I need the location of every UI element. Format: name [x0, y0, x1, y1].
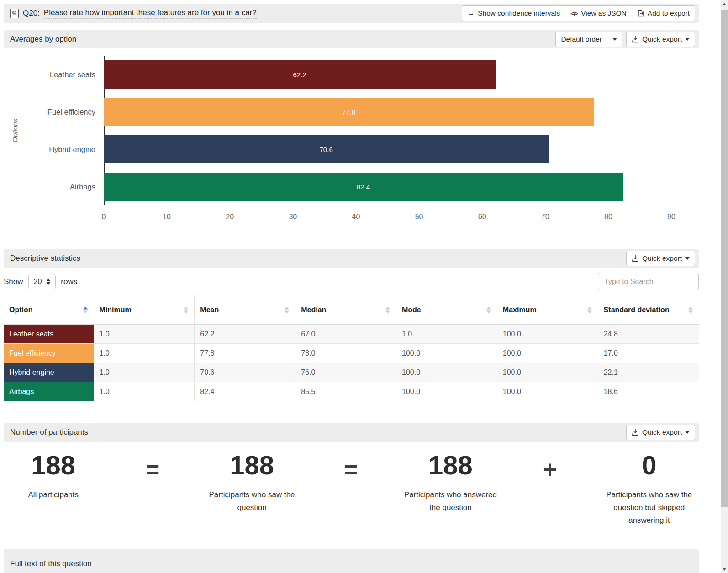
- participant-label: Participants who saw the question but sk…: [600, 489, 699, 527]
- stat-cell: 1.0: [94, 363, 195, 382]
- participant-stat: 188Participants who saw the question: [202, 452, 301, 527]
- x-tick-label: 70: [541, 213, 549, 221]
- sort-asc-icon: [486, 306, 491, 309]
- x-tick-label: 0: [102, 213, 106, 221]
- sort-desc-icon: [184, 310, 188, 313]
- bar-value-label: 77.8: [342, 108, 355, 116]
- participant-operator: =: [301, 452, 401, 527]
- spinner-icon: [47, 279, 50, 285]
- fulltext-section-header: Full text of this question: [4, 549, 699, 573]
- sort-desc-icon: [83, 310, 88, 313]
- participants-grid: 188All participants=188Participants who …: [4, 452, 699, 527]
- participants-header-title: Number of participants: [10, 428, 88, 437]
- order-select-group: Default order: [555, 32, 622, 47]
- bars-layer: 62.277.870.682.4: [104, 56, 671, 205]
- stats-table-header-row: OptionMinimumMeanMedianModeMaximumStanda…: [4, 295, 699, 325]
- scrollbar-up-icon[interactable]: [721, 0, 728, 8]
- stats-table-body: Leather seats1.062.267.01.0100.024.8Fuel…: [4, 325, 699, 401]
- participant-label: Participants who answered the question: [401, 489, 500, 514]
- x-tick-label: 20: [226, 213, 234, 221]
- question-title-group: % Q20: Please rate how important these f…: [10, 8, 257, 19]
- sort-desc-icon: [385, 310, 390, 313]
- participants-quick-export-button[interactable]: Quick export: [626, 425, 695, 440]
- column-header-standard-deviation[interactable]: Standard deviation: [598, 295, 699, 325]
- sort-icons: [486, 306, 491, 313]
- order-select-label: Default order: [561, 35, 602, 43]
- view-as-json-button[interactable]: </> View as JSON: [565, 5, 632, 21]
- column-header-label: Standard deviation: [604, 306, 670, 314]
- table-search-input[interactable]: [598, 273, 699, 290]
- column-header-label: Mean: [200, 306, 219, 314]
- column-header-maximum[interactable]: Maximum: [497, 295, 598, 325]
- sort-asc-icon: [688, 306, 693, 309]
- participant-value: 0: [600, 452, 699, 479]
- code-icon: </>: [570, 10, 578, 17]
- show-confidence-intervals-label: Show confidence intervals: [478, 9, 560, 17]
- stats-quick-export-label: Quick export: [642, 254, 682, 263]
- category-label: Hybrid engine: [26, 131, 104, 168]
- averages-header-title: Averages by option: [10, 35, 76, 44]
- column-header-option[interactable]: Option: [4, 295, 94, 325]
- plot-area: 62.277.870.682.4: [104, 56, 671, 205]
- participant-label: All participants: [4, 489, 103, 501]
- rows-count-value: 20: [34, 278, 42, 286]
- y-axis-label: Options: [11, 119, 19, 142]
- column-header-label: Minimum: [100, 306, 132, 314]
- add-to-export-label: Add to export: [648, 9, 690, 17]
- stat-cell: 100.0: [396, 344, 497, 363]
- order-select-button[interactable]: Default order: [555, 32, 607, 47]
- column-header-minimum[interactable]: Minimum: [94, 295, 195, 325]
- stats-header-title: Descriptive statistics: [10, 254, 80, 263]
- caret-down-icon: [685, 431, 690, 434]
- scrollbar-thumb[interactable]: [721, 10, 728, 507]
- table-row: Leather seats1.062.267.01.0100.024.8: [4, 325, 699, 344]
- table-row: Hybrid engine1.070.676.0100.0100.022.1: [4, 363, 699, 382]
- question-type-icon: %: [10, 9, 19, 18]
- stat-cell: 100.0: [497, 325, 598, 344]
- bar-band: 82.4: [104, 168, 671, 205]
- participant-value: 188: [401, 452, 500, 479]
- stat-cell: 24.8: [598, 325, 699, 344]
- participant-stat: 0Participants who saw the question but s…: [600, 452, 699, 527]
- stat-cell: 67.0: [295, 325, 396, 344]
- add-to-export-button[interactable]: Add to export: [632, 5, 695, 21]
- show-rows-control: Show 20 rows: [4, 274, 77, 289]
- column-header-mode[interactable]: Mode: [396, 295, 497, 325]
- scrollbar-down-icon[interactable]: [721, 565, 728, 573]
- column-header-label: Option: [9, 306, 33, 314]
- question-id: Q20:: [23, 9, 40, 18]
- column-header-median[interactable]: Median: [295, 295, 396, 325]
- stat-cell: 100.0: [497, 344, 598, 363]
- option-cell: Hybrid engine: [4, 363, 94, 382]
- rows-count-select[interactable]: 20: [28, 274, 56, 289]
- question-actions: ↔ Show confidence intervals </> View as …: [462, 5, 695, 21]
- question-title: Please rate how important these features…: [44, 8, 257, 19]
- participant-stat: 188Participants who answered the questio…: [401, 452, 500, 527]
- averages-quick-export-button[interactable]: Quick export: [626, 32, 695, 47]
- bar-value-label: 82.4: [357, 183, 370, 191]
- descriptive-statistics-table: OptionMinimumMeanMedianModeMaximumStanda…: [4, 295, 699, 401]
- averages-bar-chart: Options Leather seatsFuel efficiencyHybr…: [4, 56, 699, 224]
- column-header-label: Maximum: [503, 306, 537, 314]
- participant-operator: +: [500, 452, 599, 527]
- sort-desc-icon: [688, 310, 693, 313]
- y-axis-label-column: Options: [4, 56, 26, 205]
- stat-cell: 70.6: [195, 363, 295, 382]
- x-tick-label: 10: [163, 213, 171, 221]
- stats-quick-export-button[interactable]: Quick export: [626, 251, 695, 266]
- show-label: Show: [4, 277, 23, 286]
- stat-cell: 1.0: [94, 325, 195, 344]
- download-icon: [632, 255, 639, 262]
- order-select-caret-button[interactable]: [607, 32, 622, 47]
- report-page: % Q20: Please rate how important these f…: [4, 4, 699, 573]
- sort-desc-icon: [587, 310, 592, 313]
- stat-cell: 100.0: [396, 363, 497, 382]
- participant-operator: =: [103, 452, 202, 527]
- spinner-up-icon: [47, 279, 50, 281]
- add-to-export-icon: [637, 10, 644, 17]
- stat-cell: 82.4: [195, 382, 295, 401]
- vertical-scrollbar[interactable]: [721, 0, 728, 573]
- show-confidence-intervals-button[interactable]: ↔ Show confidence intervals: [462, 5, 565, 21]
- column-header-mean[interactable]: Mean: [195, 295, 295, 325]
- participants-quick-export-label: Quick export: [642, 428, 682, 436]
